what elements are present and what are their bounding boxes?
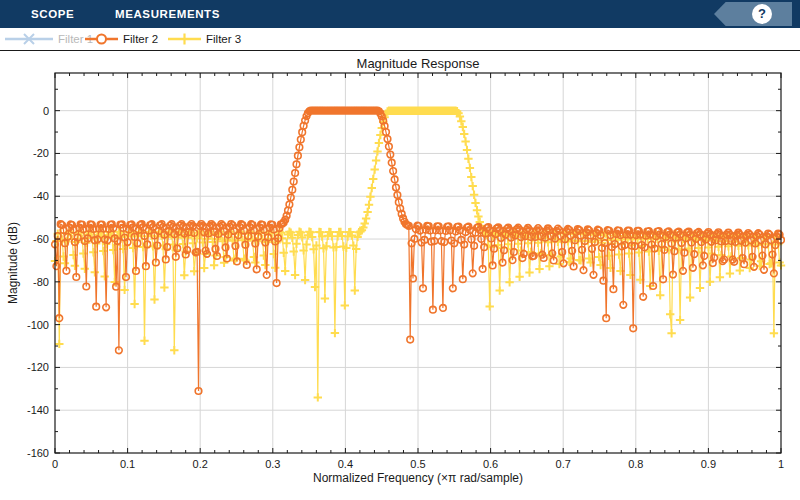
svg-text:0: 0 <box>52 458 58 470</box>
magnitude-response-plot: 00.10.20.30.40.50.60.70.80.910-20-40-60-… <box>0 0 800 500</box>
svg-text:0.7: 0.7 <box>556 458 571 470</box>
svg-text:0.6: 0.6 <box>483 458 498 470</box>
scope-window: SCOPE MEASUREMENTS ? Filter 1 Filter 2 <box>0 0 800 500</box>
svg-text:-20: -20 <box>33 147 49 159</box>
svg-text:0: 0 <box>43 105 49 117</box>
svg-text:0.4: 0.4 <box>338 458 353 470</box>
chart-title: Magnitude Response <box>55 56 781 71</box>
svg-text:-120: -120 <box>27 361 49 373</box>
svg-text:-40: -40 <box>33 190 49 202</box>
svg-text:-80: -80 <box>33 276 49 288</box>
svg-text:0.5: 0.5 <box>410 458 425 470</box>
y-axis-label: Magnitude (dB) <box>6 73 22 453</box>
svg-text:0.9: 0.9 <box>701 458 716 470</box>
x-axis-label: Normalized Frequency (×π rad/sample) <box>55 471 781 485</box>
svg-text:0.8: 0.8 <box>628 458 643 470</box>
svg-text:0.2: 0.2 <box>193 458 208 470</box>
svg-text:0.3: 0.3 <box>265 458 280 470</box>
svg-text:1: 1 <box>778 458 784 470</box>
svg-text:-160: -160 <box>27 447 49 459</box>
svg-text:-140: -140 <box>27 404 49 416</box>
svg-text:0.1: 0.1 <box>120 458 135 470</box>
svg-text:-60: -60 <box>33 233 49 245</box>
svg-text:-100: -100 <box>27 319 49 331</box>
